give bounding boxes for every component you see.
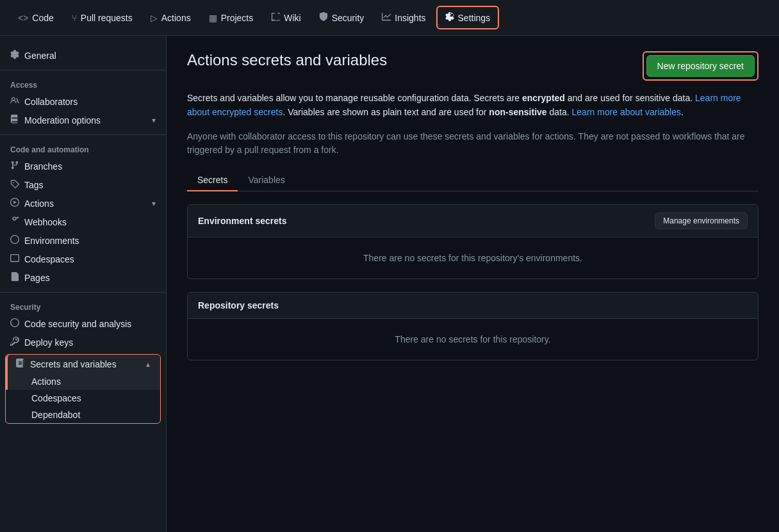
repo-secrets-empty-text: There are no secrets for this repository…: [395, 334, 550, 344]
tab-secrets[interactable]: Secrets: [187, 170, 238, 191]
env-secrets-body: There are no secrets for this repository…: [188, 238, 758, 278]
repo-secrets-header: Repository secrets: [188, 293, 758, 319]
sidebar-item-deploy-keys[interactable]: Deploy keys: [0, 333, 166, 351]
secrets-dependabot-label: Dependabot: [31, 410, 80, 420]
page-title: Actions secrets and variables: [187, 51, 387, 69]
nav-settings[interactable]: Settings: [436, 6, 500, 29]
main-content: Actions secrets and variables New reposi…: [167, 36, 779, 532]
manage-environments-button[interactable]: Manage environments: [655, 213, 748, 229]
nav-insights-label: Insights: [395, 13, 425, 23]
code-icon: <>: [18, 13, 28, 23]
tab-variables-label: Variables: [248, 175, 284, 185]
learn-variables-link[interactable]: Learn more about variables: [572, 107, 681, 117]
nav-code-label: Code: [32, 13, 53, 23]
tab-variables[interactable]: Variables: [238, 170, 295, 191]
nav-projects[interactable]: ▦ Projects: [201, 8, 261, 28]
top-nav: <> Code ⑂ Pull requests ▷ Actions ▦ Proj…: [0, 0, 779, 36]
actions-nav-icon: [10, 198, 19, 209]
repository-secrets-section: Repository secrets There are no secrets …: [187, 292, 758, 360]
nav-security[interactable]: Security: [311, 7, 372, 28]
sidebar-divider-1: [0, 70, 166, 70]
secrets-codespaces-label: Codespaces: [31, 393, 81, 403]
env-secrets-header: Environment secrets Manage environments: [188, 205, 758, 238]
codespaces-icon: [10, 254, 19, 264]
sidebar-item-tags[interactable]: Tags: [0, 175, 166, 194]
moderation-label: Moderation options: [24, 115, 101, 125]
env-secrets-empty-text: There are no secrets for this repository…: [363, 253, 582, 263]
repo-secrets-body: There are no secrets for this repository…: [188, 319, 758, 360]
sidebar-item-moderation[interactable]: Moderation options ▾: [0, 111, 166, 129]
main-layout: General Access Collaborators Moderation …: [0, 36, 779, 532]
environments-icon: [10, 235, 19, 246]
general-icon: [10, 50, 19, 61]
sidebar: General Access Collaborators Moderation …: [0, 36, 167, 532]
nav-code[interactable]: <> Code: [10, 8, 62, 28]
moderation-icon: [10, 115, 19, 125]
main-header: Actions secrets and variables New reposi…: [187, 51, 758, 81]
sidebar-subitem-actions[interactable]: Actions: [6, 373, 160, 390]
sidebar-item-code-security[interactable]: Code security and analysis: [0, 314, 166, 333]
settings-icon: [445, 12, 454, 23]
deploy-keys-label: Deploy keys: [24, 337, 73, 348]
sidebar-item-general[interactable]: General: [0, 46, 166, 65]
tab-secrets-label: Secrets: [197, 175, 227, 185]
nav-pull-requests[interactable]: ⑂ Pull requests: [64, 8, 140, 28]
deploy-keys-icon: [10, 337, 19, 348]
collaborators-icon: [10, 96, 19, 107]
sidebar-item-collaborators[interactable]: Collaborators: [0, 92, 166, 111]
sidebar-subitem-dependabot[interactable]: Dependabot: [6, 407, 160, 423]
collaborators-label: Collaborators: [24, 97, 78, 107]
nav-security-label: Security: [332, 13, 365, 23]
nav-insights[interactable]: Insights: [374, 7, 433, 28]
notice-text: Anyone with collaborator access to this …: [187, 130, 758, 157]
nav-settings-label: Settings: [458, 13, 491, 23]
sidebar-item-pages[interactable]: Pages: [0, 268, 166, 287]
nav-projects-label: Projects: [221, 13, 254, 23]
nav-actions-label: Actions: [161, 13, 191, 23]
sidebar-divider-3: [0, 292, 166, 293]
sidebar-item-codespaces[interactable]: Codespaces: [0, 250, 166, 268]
nav-wiki[interactable]: Wiki: [263, 7, 308, 28]
tags-icon: [10, 179, 19, 190]
branches-label: Branches: [24, 161, 62, 172]
tags-label: Tags: [24, 180, 44, 190]
sidebar-item-actions[interactable]: Actions ▾: [0, 194, 166, 213]
sidebar-subitem-codespaces[interactable]: Codespaces: [6, 390, 160, 407]
branches-icon: [10, 161, 19, 172]
sidebar-item-webhooks[interactable]: Webhooks: [0, 213, 166, 231]
sidebar-item-environments[interactable]: Environments: [0, 231, 166, 250]
webhooks-label: Webhooks: [24, 217, 67, 227]
wiki-icon: [271, 12, 280, 23]
actions-icon: ▷: [151, 13, 158, 23]
webhooks-icon: [10, 216, 19, 227]
moderation-chevron: ▾: [152, 116, 156, 125]
sidebar-item-branches[interactable]: Branches: [0, 157, 166, 175]
code-security-label: Code security and analysis: [24, 319, 131, 329]
security-icon: [319, 12, 328, 23]
secrets-actions-label: Actions: [31, 376, 61, 387]
code-automation-section-label: Code and automation: [0, 140, 166, 157]
secrets-vars-box: Secrets and variables ▴ Actions Codespac…: [5, 354, 161, 424]
environment-secrets-section: Environment secrets Manage environments …: [187, 204, 758, 279]
nav-pull-requests-label: Pull requests: [81, 13, 133, 23]
description-text: Secrets and variables allow you to manag…: [187, 91, 758, 120]
projects-icon: ▦: [209, 13, 217, 23]
new-repository-secret-button[interactable]: New repository secret: [646, 55, 755, 77]
actions-chevron: ▾: [152, 199, 156, 208]
nav-actions[interactable]: ▷ Actions: [143, 8, 199, 28]
pull-requests-icon: ⑂: [72, 13, 77, 23]
pages-label: Pages: [24, 273, 50, 283]
tabs-bar: Secrets Variables: [187, 170, 758, 191]
sidebar-divider-2: [0, 134, 166, 135]
codespaces-label: Codespaces: [24, 254, 74, 264]
insights-icon: [382, 12, 391, 23]
nav-wiki-label: Wiki: [284, 13, 300, 23]
secrets-vars-chevron: ▴: [146, 360, 150, 369]
secrets-vars-label: Secrets and variables: [30, 359, 117, 369]
non-sensitive-bold: non-sensitive: [489, 107, 546, 117]
sidebar-item-secrets-vars[interactable]: Secrets and variables ▴: [6, 355, 160, 373]
pages-icon: [10, 272, 19, 283]
actions-nav-label: Actions: [24, 198, 54, 209]
security-section-label: Security: [0, 298, 166, 314]
encrypted-bold: encrypted: [522, 93, 565, 103]
